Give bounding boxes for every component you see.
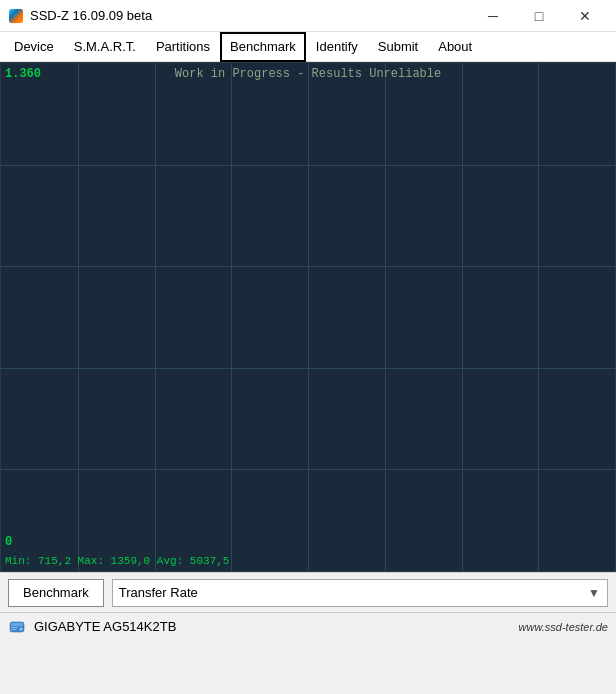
tab-submit[interactable]: Submit bbox=[368, 32, 428, 62]
minimize-button[interactable]: ─ bbox=[470, 0, 516, 32]
tab-smart[interactable]: S.M.A.R.T. bbox=[64, 32, 146, 62]
menu-bar: Device S.M.A.R.T. Partitions Benchmark I… bbox=[0, 32, 616, 62]
svg-point-2 bbox=[20, 627, 23, 630]
drive-icon bbox=[8, 618, 26, 636]
chart-stats: Min: 715,2 Max: 1359,0 Avg: 5037,5 bbox=[5, 555, 229, 567]
chart-bottom-value: 0 bbox=[5, 535, 12, 549]
chart-status-text: Work in Progress - Results Unreliable bbox=[175, 67, 441, 81]
svg-rect-3 bbox=[11, 627, 18, 628]
tab-device[interactable]: Device bbox=[4, 32, 64, 62]
drive-svg bbox=[9, 619, 25, 635]
close-button[interactable]: ✕ bbox=[562, 0, 608, 32]
tab-partitions[interactable]: Partitions bbox=[146, 32, 220, 62]
status-bar: GIGABYTE AG514K2TB www.ssd-tester.de bbox=[0, 612, 616, 640]
tab-benchmark[interactable]: Benchmark bbox=[220, 32, 306, 62]
transfer-rate-dropdown-wrapper: Transfer Rate Random Read Random Write A… bbox=[112, 579, 608, 607]
benchmark-button[interactable]: Benchmark bbox=[8, 579, 104, 607]
transfer-rate-dropdown[interactable]: Transfer Rate Random Read Random Write A… bbox=[112, 579, 608, 607]
maximize-button[interactable]: □ bbox=[516, 0, 562, 32]
title-bar-left: SSD-Z 16.09.09 beta bbox=[8, 8, 152, 24]
chart-top-value: 1.360 bbox=[5, 67, 41, 81]
title-bar-controls: ─ □ ✕ bbox=[470, 0, 608, 32]
benchmark-chart: 1.360 Work in Progress - Results Unrelia… bbox=[0, 62, 616, 572]
device-name: GIGABYTE AG514K2TB bbox=[34, 619, 511, 634]
svg-rect-4 bbox=[11, 629, 16, 630]
tab-identify[interactable]: Identify bbox=[306, 32, 368, 62]
website-text: www.ssd-tester.de bbox=[519, 621, 608, 633]
chart-grid bbox=[1, 63, 615, 571]
tab-about[interactable]: About bbox=[428, 32, 482, 62]
svg-rect-1 bbox=[11, 623, 23, 626]
title-bar: SSD-Z 16.09.09 beta ─ □ ✕ bbox=[0, 0, 616, 32]
bottom-controls: Benchmark Transfer Rate Random Read Rand… bbox=[0, 572, 616, 612]
app-icon bbox=[8, 8, 24, 24]
app-title: SSD-Z 16.09.09 beta bbox=[30, 8, 152, 23]
